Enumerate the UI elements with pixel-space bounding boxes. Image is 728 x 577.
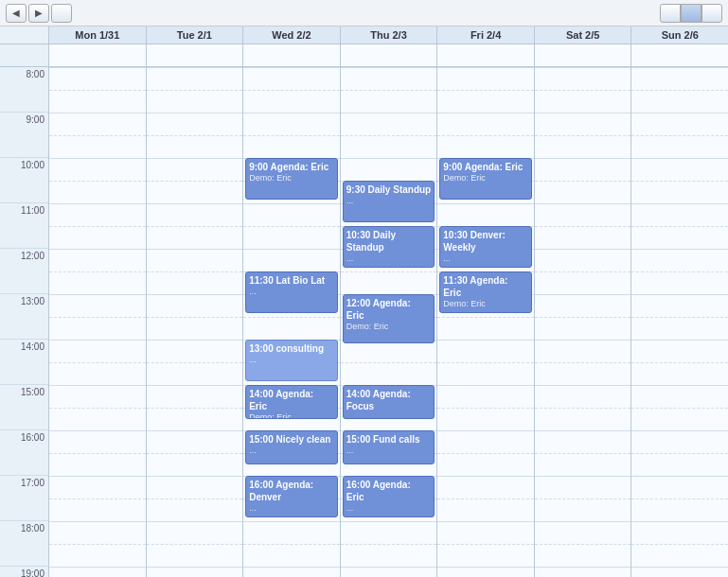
event-4-4[interactable]: 10:30 Denver: Weekly... [439,226,532,268]
time-label-12:00: 12:00 [0,249,48,294]
event-time-title-2-5: 11:30 Lat Bio Lat [249,274,334,287]
event-sub-3-3: ... [346,254,432,265]
half-hour-line-6-8 [631,453,728,454]
allday-cell-3 [341,44,438,66]
hour-line-1-1 [147,113,243,114]
half-hour-line-1-10 [147,544,243,545]
hour-line-5-5 [535,294,631,295]
hour-line-4-1 [437,113,534,114]
hour-line-2-0 [243,67,340,68]
hour-line-5-4 [535,249,631,250]
hour-line-0-2 [49,158,146,159]
hour-line-4-6 [437,340,534,341]
day-col-0 [49,67,147,577]
hour-line-6-3 [631,203,728,204]
time-label-17:00: 17:00 [0,476,48,521]
half-hour-line-5-3 [535,226,631,227]
event-sub-3-2: ... [346,196,432,207]
event-2-13[interactable]: 16:00 Agenda: Denver... [245,476,338,517]
event-4-6[interactable]: 11:30 Agenda: EricDemo: Eric [439,271,532,313]
time-grid-wrapper[interactable]: 8:009:0010:0011:0012:0013:0014:0015:0016… [0,67,728,577]
day-header-6: Sun 2/6 [631,26,728,44]
event-2-5[interactable]: 11:30 Lat Bio Lat... [245,271,338,313]
day-col-1 [147,67,244,577]
half-hour-line-0-1 [49,135,146,136]
today-button[interactable] [51,4,72,23]
half-hour-line-6-3 [631,226,728,227]
prev-button[interactable]: ◀ [6,4,27,23]
hour-line-0-6 [49,340,146,341]
event-3-12[interactable]: 15:00 Fund calls... [343,430,435,464]
day-header-5: Sat 2/5 [535,26,632,44]
hour-line-1-3 [147,203,243,204]
hour-line-0-9 [49,476,146,477]
time-label-9:00: 9:00 [0,113,48,158]
half-hour-line-4-8 [437,453,534,454]
half-hour-line-5-7 [535,408,631,409]
half-hour-line-5-6 [535,362,631,363]
half-hour-line-3-10 [341,544,437,545]
event-sub-2-8: ... [249,355,334,366]
hour-line-6-5 [631,294,728,295]
event-4-1[interactable]: 9:00 Agenda: EricDemo: Eric [439,158,532,200]
day-col-6 [631,67,728,577]
event-2-8[interactable]: 13:00 consulting... [245,340,338,381]
event-3-14[interactable]: 16:00 Agenda: Eric... [343,476,435,517]
hour-line-6-10 [631,521,728,522]
half-hour-line-6-7 [631,408,728,409]
event-time-title-2-0: 9:00 Agenda: Eric [249,161,334,173]
half-hour-line-1-3 [147,226,243,227]
time-label-16:00: 16:00 [0,430,48,476]
hour-line-0-5 [49,294,146,295]
allday-cell-2 [243,44,341,66]
event-time-title-3-7: 12:00 Agenda: Eric [346,297,432,322]
event-3-10[interactable]: 14:00 Agenda: Focus... [343,385,435,419]
month-view-button[interactable] [660,4,681,23]
event-sub-4-4: ... [443,254,528,265]
half-hour-line-6-10 [631,544,728,545]
week-view-button[interactable] [681,4,701,23]
half-hour-line-1-1 [147,135,243,136]
day-header-1: Tue 2/1 [147,26,244,44]
half-hour-line-6-6 [631,362,728,363]
day-columns: 9:00 Agenda: EricDemo: Eric11:30 Lat Bio… [49,67,728,577]
half-hour-line-0-6 [49,362,146,363]
hour-line-2-1 [243,113,340,114]
hour-line-4-7 [437,385,534,386]
hour-line-4-10 [437,521,534,522]
event-sub-4-1: Demo: Eric [443,173,528,184]
half-hour-line-3-4 [341,271,437,272]
hour-line-1-0 [147,67,243,68]
event-3-2[interactable]: 9:30 Daily Standup... [343,181,435,222]
half-hour-line-6-5 [631,317,728,318]
event-3-7[interactable]: 12:00 Agenda: EricDemo: Eric [343,294,435,343]
hour-line-6-7 [631,385,728,386]
time-label-14:00: 14:00 [0,340,48,385]
half-hour-line-0-3 [49,226,146,227]
half-hour-line-6-4 [631,271,728,272]
event-2-11[interactable]: 15:00 Nicely clean... [245,430,338,464]
event-sub-2-5: ... [249,287,334,298]
hour-line-4-8 [437,430,534,431]
event-2-0[interactable]: 9:00 Agenda: EricDemo: Eric [245,158,338,200]
event-time-title-3-2: 9:30 Daily Standup [346,184,432,196]
half-hour-line-1-6 [147,362,243,363]
day-view-button[interactable] [701,4,722,23]
event-2-9[interactable]: 14:00 Agenda: EricDemo: Eric [245,385,338,419]
hour-line-0-1 [49,113,146,114]
event-time-title-2-13: 16:00 Agenda: Denver [249,479,334,503]
day-header-2: Wed 2/2 [243,26,341,44]
event-sub-3-7: Demo: Eric [346,322,432,333]
half-hour-line-6-1 [631,135,728,136]
hour-line-5-7 [535,385,631,386]
allday-cell-0 [49,44,147,66]
event-sub-2-13: ... [249,503,334,515]
half-hour-line-0-5 [49,317,146,318]
hour-line-6-9 [631,476,728,477]
hour-line-5-2 [535,158,631,159]
hour-line-5-11 [535,567,631,568]
hour-line-4-3 [437,203,534,204]
next-button[interactable]: ▶ [28,4,49,23]
event-3-3[interactable]: 10:30 Daily Standup... [343,226,435,268]
hour-line-0-3 [49,203,146,204]
